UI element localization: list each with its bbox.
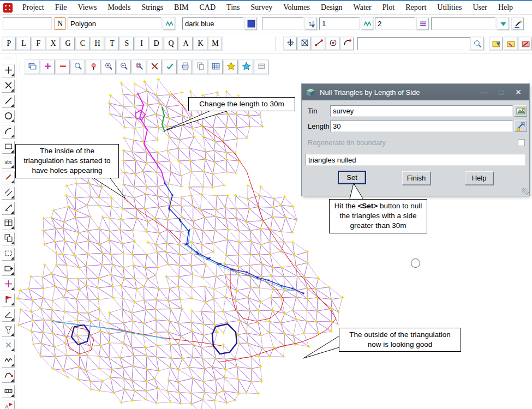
snap-cursor-button[interactable]	[284, 37, 297, 50]
toolbar-grip[interactable]	[20, 62, 21, 74]
cad-text-a-button[interactable]: A	[179, 37, 193, 50]
menu-user[interactable]: User	[467, 3, 492, 12]
cad-text-k-button[interactable]: K	[194, 37, 207, 50]
zoom-prev-button[interactable]	[117, 60, 131, 74]
cad-text-i-button[interactable]: I	[135, 37, 148, 50]
draw-line-button[interactable]	[2, 95, 15, 108]
toolbar-grip[interactable]	[3, 57, 13, 58]
sheet-button[interactable]	[208, 60, 223, 74]
pan-button[interactable]	[86, 60, 100, 74]
cad-text-d-button[interactable]: D	[150, 37, 163, 50]
draw-arc-button[interactable]	[2, 125, 15, 139]
windows-button[interactable]	[25, 60, 39, 74]
menu-utilities[interactable]: Utilities	[432, 3, 467, 12]
menu-views[interactable]: Views	[72, 3, 102, 12]
colour-swatch-button[interactable]	[245, 17, 257, 30]
accept-button[interactable]	[163, 60, 177, 74]
edit-pencil-button[interactable]	[512, 17, 524, 30]
survey-ab-button[interactable]: A	[2, 400, 15, 409]
colour-field[interactable]	[182, 17, 243, 30]
star-yellow-button[interactable]	[224, 60, 238, 74]
delete-x-button[interactable]	[2, 80, 15, 93]
grid-table-button[interactable]	[2, 217, 15, 230]
flag-button[interactable]	[2, 293, 15, 306]
width-field[interactable]	[319, 17, 360, 30]
regenerate-checkbox[interactable]	[518, 139, 525, 146]
profile-choice-button[interactable]	[361, 17, 373, 30]
cad-text-c-button[interactable]: C	[76, 37, 89, 50]
default-string-field[interactable]	[68, 17, 162, 30]
zoom-extent-button[interactable]	[101, 60, 116, 74]
sort-1-button[interactable]: 1	[305, 17, 317, 30]
cad-text-l-button[interactable]: L	[17, 37, 31, 50]
dialog-title-bar[interactable]: Null Triangles by Length of Side — □ ×	[302, 84, 529, 100]
snap-box-button[interactable]	[298, 37, 311, 50]
copy-button[interactable]	[193, 60, 207, 74]
finish-button[interactable]: Finish	[402, 171, 431, 185]
text-abc-button[interactable]: abc	[2, 156, 15, 169]
menu-strings[interactable]: Strings	[136, 3, 169, 12]
help-button[interactable]: Help	[465, 171, 493, 185]
menu-project[interactable]: Project	[17, 3, 50, 12]
copy-window-button[interactable]	[2, 232, 15, 245]
cad-text-t-button[interactable]: T	[105, 37, 119, 50]
select-cross-button[interactable]	[2, 64, 15, 77]
toolbar-grip[interactable]	[276, 37, 277, 51]
menu-survey[interactable]: Survey	[245, 3, 278, 12]
tin-select-button[interactable]	[514, 105, 527, 117]
star-cyan-button[interactable]	[239, 60, 253, 74]
print-button[interactable]	[178, 60, 192, 74]
menu-help[interactable]: Help	[493, 3, 518, 12]
draw-circle-button[interactable]	[2, 110, 15, 123]
window-small-button[interactable]	[254, 60, 268, 74]
length-input[interactable]	[330, 121, 513, 132]
view-3d-button[interactable]	[519, 37, 532, 50]
close-button[interactable]: ×	[510, 84, 527, 100]
name-toggle-button[interactable]: N	[55, 17, 65, 30]
cad-text-m-button[interactable]: M	[208, 37, 222, 50]
resize-grip[interactable]	[522, 188, 529, 195]
cad-text-h-button[interactable]: H	[91, 37, 104, 50]
menu-tins[interactable]: Tins	[221, 3, 245, 12]
funnel-button[interactable]	[2, 324, 15, 337]
menu-water[interactable]: Water	[348, 3, 377, 12]
style-field[interactable]	[431, 17, 495, 30]
cad-text-s-button[interactable]: S	[120, 37, 134, 50]
status-field[interactable]	[306, 154, 525, 166]
cad-text-q-button[interactable]: Q	[164, 37, 178, 50]
search-input[interactable]	[357, 37, 471, 50]
draw-rect-button[interactable]	[2, 141, 15, 154]
pen-red-button[interactable]	[2, 171, 15, 184]
menu-bim[interactable]: BIM	[169, 3, 194, 12]
zoom-plus-button[interactable]	[40, 60, 55, 74]
menu-cad[interactable]: CAD	[194, 3, 222, 12]
slope-button[interactable]	[2, 309, 15, 322]
minimize-button[interactable]: —	[475, 84, 492, 100]
tinable-field[interactable]	[262, 17, 303, 30]
cad-text-f-button[interactable]: F	[32, 37, 45, 50]
view-new-button[interactable]	[489, 37, 503, 50]
function-field[interactable]	[3, 17, 52, 30]
curve-button[interactable]	[2, 370, 15, 383]
cad-text-p-button[interactable]: P	[2, 37, 16, 50]
move-4arrow-button[interactable]	[2, 278, 15, 291]
zoom-magnify-button[interactable]	[71, 60, 85, 74]
view-plan-button[interactable]	[504, 37, 517, 50]
offset-button[interactable]	[2, 187, 15, 200]
menu-file[interactable]: File	[50, 3, 73, 12]
weight-field[interactable]	[375, 17, 415, 30]
length-pick-button[interactable]	[514, 121, 527, 132]
snap-line-button[interactable]	[312, 37, 325, 50]
zoom-minus-button[interactable]	[56, 60, 70, 74]
cad-text-g-button[interactable]: G	[61, 37, 75, 50]
search-button[interactable]	[471, 37, 484, 50]
snap-circle-button[interactable]	[326, 37, 339, 50]
ruler-button[interactable]	[2, 385, 15, 398]
small-x-button[interactable]	[2, 339, 15, 352]
box-extend-button[interactable]	[2, 263, 15, 276]
dashed-rect-button[interactable]	[2, 248, 15, 261]
wave-button[interactable]	[2, 354, 15, 368]
string-choice-button[interactable]	[163, 17, 175, 30]
snap-arc-button[interactable]	[340, 37, 354, 50]
maximize-button[interactable]: □	[492, 84, 510, 100]
